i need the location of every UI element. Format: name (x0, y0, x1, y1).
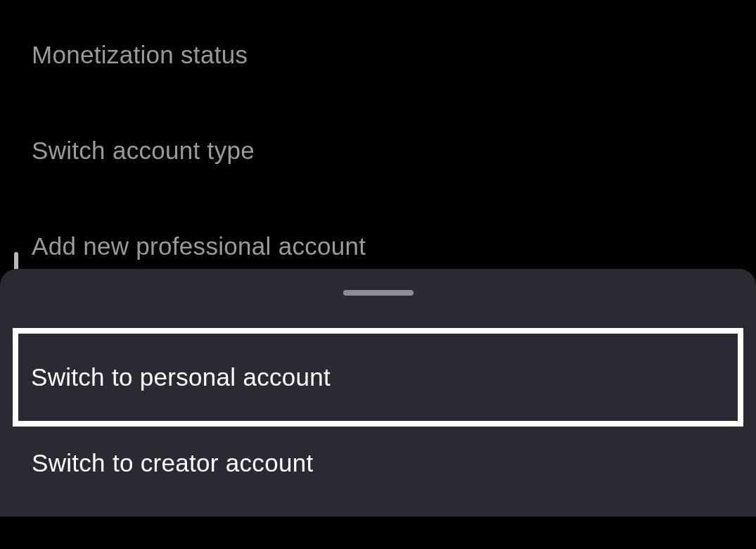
option-label: Switch to personal account (31, 363, 331, 391)
bottom-bar (0, 517, 756, 549)
bottom-sheet: Switch to personal account Switch to cre… (0, 269, 756, 517)
drag-handle-icon[interactable] (343, 290, 414, 296)
settings-item-switch-account-type[interactable]: Switch account type (32, 137, 756, 165)
settings-item-monetization-status[interactable]: Monetization status (32, 41, 756, 69)
option-switch-creator-account[interactable]: Switch to creator account (32, 449, 313, 477)
settings-item-add-professional-account[interactable]: Add new professional account (32, 232, 756, 260)
option-switch-personal-account[interactable]: Switch to personal account (13, 328, 743, 427)
settings-list: Monetization status Switch account type … (0, 0, 756, 260)
